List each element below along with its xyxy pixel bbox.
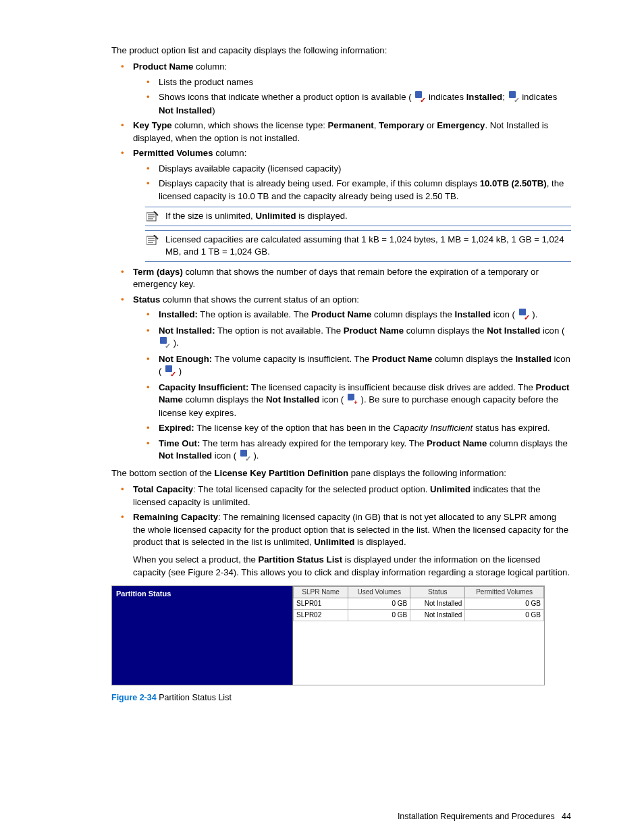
status-expired: Expired: The license key of the option t…: [146, 422, 571, 434]
item-term: Term (days) column that shows the number…: [121, 266, 571, 291]
col-slpr-name: SLPR Name: [294, 587, 348, 598]
table-row[interactable]: SLPR01 0 GB Not Installed 0 GB: [294, 598, 544, 610]
status-time-out: Time Out: The term has already expired f…: [146, 438, 571, 463]
partition-status-title: Partition Status: [112, 586, 292, 685]
status-not-enough: Not Enough: The volume capacity is insuf…: [146, 353, 571, 379]
installed-icon: ✓: [519, 309, 529, 321]
item-permitted-volumes: Permitted Volumes column: Displays avail…: [121, 147, 571, 203]
pv-sub1: Displays available capacity (licensed ca…: [146, 163, 571, 175]
col-status: Status: [410, 587, 465, 598]
col-used-volumes: Used Volumes: [348, 587, 410, 598]
not-installed-icon: +: [348, 394, 357, 407]
pn-sub2: Shows icons that indicate whether a prod…: [146, 91, 571, 117]
note-icon: [146, 235, 159, 246]
item-key-type: Key Type column, which shows the license…: [121, 120, 571, 145]
pv-sub2: Displays capacity that is already being …: [146, 178, 571, 203]
table-row[interactable]: SLPR02 0 GB Not Installed 0 GB: [294, 610, 544, 621]
status-capacity-insufficient: Capacity Insufficient: The licensed capa…: [146, 382, 571, 419]
item-total-capacity: Total Capacity: The total licensed capac…: [121, 484, 571, 509]
not-installed-icon: ✓: [160, 337, 169, 350]
item-product-name: Product Name column: Lists the product n…: [121, 61, 571, 117]
item-remaining-capacity: Remaining Capacity: The remaining licens…: [121, 511, 571, 579]
note-capacities: Licensed capacities are calculated assum…: [145, 230, 571, 262]
not-installed-icon: ✓: [240, 450, 250, 463]
status-installed: Installed: The option is available. The …: [146, 309, 571, 321]
figure-caption: Figure 2-34 Partition Status List: [111, 692, 571, 704]
select-product-text: When you select a product, the Partition…: [133, 554, 571, 579]
intro-text: The product option list and capacity dis…: [111, 45, 571, 57]
not-installed-icon: ✓: [509, 91, 518, 104]
item-status: Status column that shows the current sta…: [121, 294, 571, 463]
installed-icon: ✓: [415, 91, 425, 104]
note-unlimited: If the size is unlimited, Unlimited is d…: [145, 207, 571, 226]
note-icon: [146, 211, 159, 222]
pn-sub1: Lists the product names: [146, 76, 571, 88]
status-not-installed: Not Installed: The option is not availab…: [146, 325, 571, 350]
bottom-intro: The bottom section of the License Key Pa…: [111, 467, 571, 479]
partition-status-figure: Partition Status SLPR Name Used Volumes …: [111, 585, 545, 685]
partition-status-table: SLPR Name Used Volumes Status Permitted …: [293, 586, 544, 621]
page-footer: Installation Requirements and Procedures…: [398, 811, 571, 823]
col-permitted-volumes: Permitted Volumes: [465, 587, 544, 598]
installed-icon: ✓: [165, 365, 175, 378]
